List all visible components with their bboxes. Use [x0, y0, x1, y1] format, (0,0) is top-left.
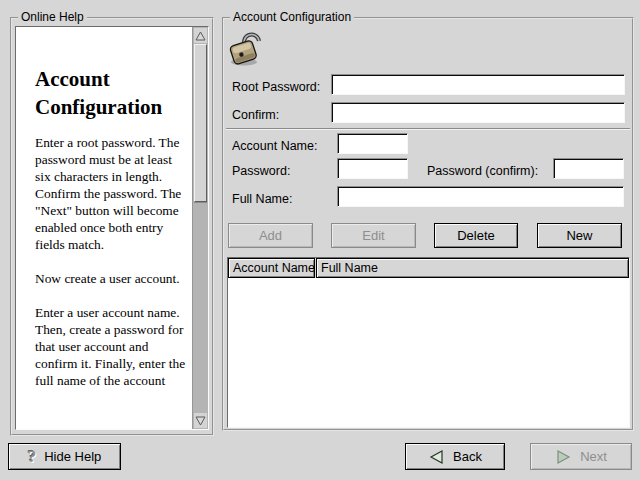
help-text-view: Account Configuration Enter a root passw… [15, 26, 209, 430]
confirm-input[interactable] [331, 102, 625, 123]
account-configuration-frame-label: Account Configuration [230, 10, 354, 24]
help-paragraph: Enter a user account name. Then, create … [35, 304, 187, 389]
accounts-table: Account Name Full Name [227, 257, 630, 428]
add-button[interactable]: Add [228, 223, 313, 248]
delete-button[interactable]: Delete [434, 223, 518, 248]
padlock-icon [228, 32, 268, 68]
help-paragraph: Enter a root password. The password must… [35, 134, 187, 253]
password-label: Password: [232, 163, 290, 179]
installer-window: { "help_panel": { "frame_label": "Online… [0, 0, 640, 480]
full-name-label: Full Name: [232, 191, 292, 207]
account-name-label: Account Name: [232, 138, 317, 154]
help-paragraph: Now create a user account. [35, 270, 187, 287]
scroll-up-icon[interactable] [194, 28, 207, 43]
delete-button-label: Delete [457, 228, 495, 243]
edit-button[interactable]: Edit [331, 223, 416, 248]
help-scrollbar[interactable] [192, 27, 208, 429]
account-configuration-frame: Account Configuration Root Password: Con… [222, 17, 634, 431]
new-button[interactable]: New [537, 223, 622, 248]
root-password-input[interactable] [331, 74, 625, 95]
accounts-table-body[interactable] [228, 278, 629, 427]
new-button-label: New [566, 228, 592, 243]
full-name-input[interactable] [337, 186, 624, 207]
next-arrow-icon [555, 449, 572, 465]
back-arrow-icon [428, 449, 445, 465]
edit-button-label: Edit [362, 228, 384, 243]
confirm-label: Confirm: [232, 107, 279, 123]
online-help-frame-label: Online Help [18, 10, 87, 24]
online-help-frame: Online Help Account Configuration Enter … [10, 17, 214, 436]
root-password-label: Root Password: [232, 79, 320, 95]
back-button[interactable]: Back [405, 443, 505, 470]
column-header-account-name[interactable]: Account Name [228, 258, 315, 278]
next-button[interactable]: Next [530, 443, 632, 470]
scrollbar-thumb[interactable] [194, 44, 207, 202]
scroll-down-icon[interactable] [194, 413, 207, 428]
back-button-label: Back [453, 449, 482, 464]
section-separator [226, 128, 630, 130]
password-confirm-label: Password (confirm): [427, 163, 538, 179]
hide-help-button-label: Hide Help [44, 449, 101, 464]
help-content: Account Configuration Enter a root passw… [16, 27, 192, 429]
accounts-table-header: Account Name Full Name [228, 258, 629, 278]
password-input[interactable] [337, 158, 408, 179]
help-heading: Account Configuration [35, 65, 187, 121]
next-button-label: Next [580, 449, 607, 464]
column-header-full-name[interactable]: Full Name [316, 258, 629, 278]
account-name-input[interactable] [337, 133, 408, 154]
question-mark-icon: ? [28, 447, 37, 467]
password-confirm-input[interactable] [553, 158, 624, 179]
hide-help-button[interactable]: ? Hide Help [8, 443, 121, 470]
add-button-label: Add [259, 228, 282, 243]
